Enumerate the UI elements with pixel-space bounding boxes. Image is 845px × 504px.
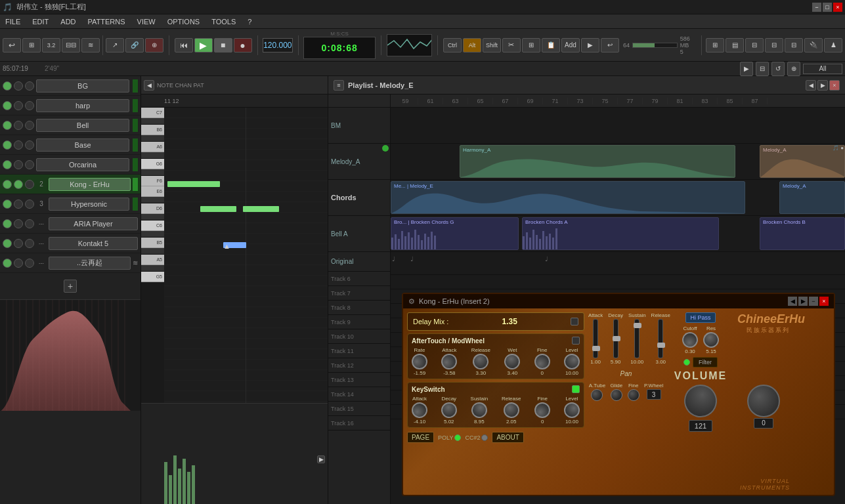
ch-power-harp[interactable] <box>3 101 12 110</box>
channel-tool-4[interactable]: ⊕ <box>787 62 800 76</box>
adsr-sustain-slider[interactable] <box>634 319 639 358</box>
tool-btn-3[interactable]: 3.2 <box>42 38 60 52</box>
key-f6[interactable]: F6 <box>141 176 164 186</box>
kong-nav-right[interactable]: ▶ <box>798 297 808 306</box>
cutoff-knob[interactable] <box>680 329 701 351</box>
ch-mute-base[interactable] <box>14 140 23 150</box>
hipass-button[interactable]: Hi Pass <box>685 312 715 323</box>
view-btn-4[interactable]: ⊟ <box>765 38 783 52</box>
filter-led[interactable] <box>683 359 690 366</box>
track-label-chords[interactable]: Chords <box>328 180 390 216</box>
key-e6[interactable]: E6 <box>141 186 164 197</box>
ch-name-base[interactable]: Base <box>36 138 129 152</box>
adsr-release-slider[interactable] <box>658 319 663 358</box>
pl-nav-right[interactable]: ▶ <box>817 80 828 91</box>
ch-mute-aria[interactable] <box>14 219 23 228</box>
key-b6[interactable]: B6 <box>141 125 164 135</box>
cc2-led[interactable] <box>481 434 488 441</box>
ch-power-hyper[interactable] <box>3 200 12 209</box>
tool-btn-5[interactable]: ≋ <box>81 38 100 52</box>
block-melody-e-right[interactable]: Melody_A <box>779 181 845 214</box>
playlist-track-bm[interactable] <box>391 108 845 144</box>
ks-decay-knob[interactable] <box>438 400 460 421</box>
ch-name-bg[interactable]: BG <box>36 79 129 93</box>
volume-knob[interactable] <box>678 379 723 423</box>
pl-tool-1[interactable]: ≡ <box>334 80 344 91</box>
ch-name-kong[interactable]: Kong - ErHu <box>49 178 131 191</box>
ch-mute-kong[interactable] <box>14 180 23 189</box>
menu-help[interactable]: ? <box>245 16 254 27</box>
key-c7[interactable]: C7 <box>141 108 164 118</box>
view-btn-1[interactable]: ⊞ <box>706 38 724 52</box>
arrow-btn[interactable]: ↩ <box>601 38 619 52</box>
delay-mix-toggle[interactable] <box>571 318 578 326</box>
res-knob[interactable] <box>701 330 722 350</box>
view-btn-3[interactable]: ⊟ <box>745 38 764 52</box>
ch-mute-orcarina[interactable] <box>14 160 23 169</box>
at-attack-knob[interactable] <box>439 351 460 373</box>
filter-display[interactable]: All <box>819 65 826 72</box>
ch-name-aria[interactable]: ARIA Player <box>49 217 138 230</box>
at-toggle[interactable] <box>572 337 580 345</box>
adsr-attack-slider[interactable] <box>593 319 598 358</box>
track-label-bm[interactable]: BM <box>328 108 390 144</box>
record-button[interactable]: ● <box>234 38 252 52</box>
ks-attack-knob[interactable] <box>410 401 429 419</box>
shift-button[interactable]: Shift <box>483 38 501 52</box>
pl-close[interactable]: × <box>829 80 840 91</box>
at-release-knob[interactable] <box>471 352 491 372</box>
paste-btn[interactable]: 📋 <box>542 38 560 52</box>
stop-button[interactable]: ■ <box>214 38 232 52</box>
tool-btn-6[interactable]: ↗ <box>106 38 124 52</box>
block-brocken-g[interactable]: Bro... | Brocken Chords G <box>391 217 519 250</box>
ch-power-bell[interactable] <box>3 121 12 130</box>
ch-power-aria[interactable] <box>3 219 12 228</box>
menu-file[interactable]: FILE <box>3 16 23 27</box>
ch-solo-harp[interactable] <box>25 101 34 110</box>
at-level-knob[interactable] <box>564 354 580 369</box>
page-button[interactable]: PAGE <box>407 432 434 443</box>
block-brocken-a[interactable]: Brocken Chords A <box>522 217 719 250</box>
view-btn-2[interactable]: ▤ <box>726 38 744 52</box>
record-btn[interactable]: ⊕ <box>145 38 163 52</box>
add-channel-button[interactable]: + <box>64 280 77 293</box>
ks-led[interactable] <box>572 385 580 393</box>
ch-power-cloud[interactable] <box>3 259 12 268</box>
key-b6-black[interactable] <box>141 118 164 125</box>
rewind-button[interactable]: ⏮ <box>175 38 193 52</box>
key-bb6-black[interactable] <box>141 135 164 142</box>
ch-solo-aria[interactable] <box>25 219 34 228</box>
at-rate-knob[interactable] <box>408 350 431 373</box>
ch-solo-kontakt[interactable] <box>25 239 34 248</box>
playlist-track-brocken[interactable]: Bro... | Brocken Chords G <box>391 216 845 252</box>
minimize-button[interactable]: − <box>812 3 821 12</box>
ch-power-kong[interactable] <box>3 180 12 189</box>
key-c6[interactable]: C6 <box>141 220 164 231</box>
key-eb6-black[interactable] <box>141 197 164 203</box>
ch-mute-bg[interactable] <box>14 81 23 91</box>
ch-name-harp[interactable]: harp <box>36 99 129 112</box>
key-bb5-black[interactable] <box>141 248 164 255</box>
glide-knob[interactable] <box>611 389 622 401</box>
maximize-button[interactable]: □ <box>823 3 832 12</box>
menu-options[interactable]: OPTIONS <box>165 16 203 27</box>
at-wet-knob[interactable] <box>502 351 523 372</box>
ks-fine-knob[interactable] <box>534 402 550 418</box>
ch-power-orcarina[interactable] <box>3 160 12 169</box>
key-a6[interactable]: A6 <box>141 142 164 152</box>
mute-led-melody[interactable] <box>382 145 389 152</box>
playlist-track-melody-a[interactable]: Harmony_A Melody_A 🎵 ● <box>391 144 845 180</box>
ks-level-knob[interactable] <box>564 402 580 418</box>
kong-minimize[interactable]: − <box>809 297 818 306</box>
pl-nav-left[interactable]: ◀ <box>806 80 816 91</box>
ch-solo-bell[interactable] <box>25 121 34 130</box>
fine-knob[interactable] <box>628 389 639 401</box>
channel-tool-3[interactable]: ↺ <box>771 62 785 76</box>
ks-sustain-knob[interactable] <box>469 400 490 421</box>
ch-solo-bg[interactable] <box>25 81 34 91</box>
pr-scroll-right[interactable]: ▶ <box>317 455 325 463</box>
tool-btn-2[interactable]: ⊞ <box>22 38 41 52</box>
play-button[interactable]: ▶ <box>194 38 213 52</box>
key-g6[interactable]: G6 <box>141 159 164 169</box>
ch-mute-cloud[interactable] <box>14 259 23 268</box>
